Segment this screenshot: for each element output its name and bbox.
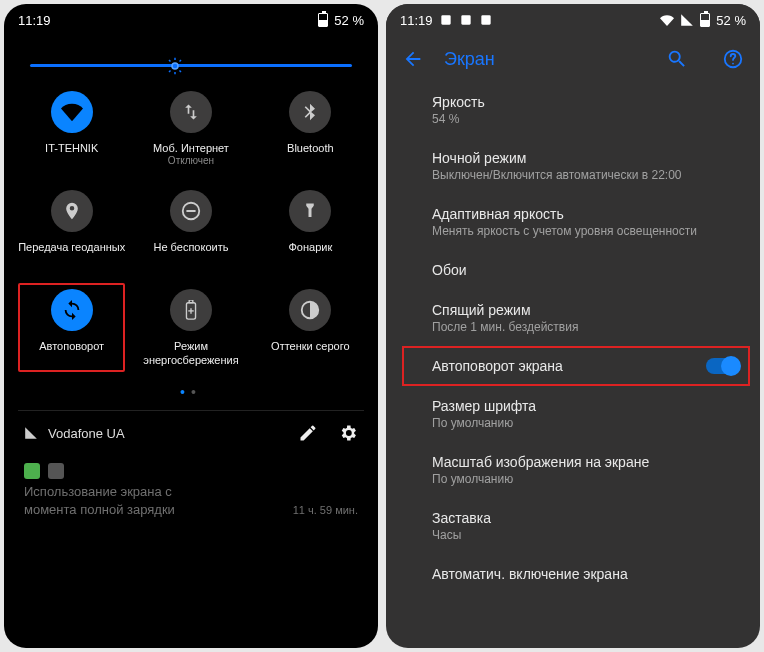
svg-line-7	[169, 70, 171, 72]
setting-title: Адаптивная яркость	[432, 206, 740, 222]
app-icon	[24, 463, 40, 479]
setting-title: Обои	[432, 262, 740, 278]
swap-icon	[170, 91, 212, 133]
setting-title: Яркость	[432, 94, 740, 110]
page-indicator[interactable]: ••	[4, 378, 378, 410]
app-icon	[459, 13, 473, 27]
setting-sub: Часы	[432, 528, 740, 542]
back-button[interactable]	[402, 48, 424, 70]
status-time: 11:19	[18, 13, 51, 28]
status-bar: 11:19 52 %	[4, 4, 378, 36]
page-title: Экран	[444, 49, 646, 70]
status-time: 11:19	[400, 13, 433, 28]
qs-tile-mobile-data[interactable]: Моб. Интернет Отключен	[133, 85, 248, 180]
brightness-thumb-icon[interactable]	[166, 57, 184, 75]
settings-list[interactable]: Яркость 54 % Ночной режим Выключен/Включ…	[386, 82, 760, 594]
dnd-icon	[170, 190, 212, 232]
carrier-row: Vodafone UA	[4, 411, 378, 455]
qs-tile-flashlight[interactable]: Фонарик	[253, 184, 368, 279]
battery-percent: 52 %	[716, 13, 746, 28]
qs-tile-wifi[interactable]: IT-TEHNIK	[14, 85, 129, 180]
app-bar: Экран	[386, 36, 760, 82]
quick-settings-grid: IT-TEHNIK Моб. Интернет Отключен Bluetoo…	[4, 85, 378, 378]
setting-adaptive-brightness[interactable]: Адаптивная яркость Менять яркость с учет…	[386, 194, 760, 250]
setting-font-size[interactable]: Размер шрифта По умолчанию	[386, 386, 760, 442]
bluetooth-icon	[289, 91, 331, 133]
svg-point-0	[172, 63, 178, 69]
notif-line: момента полной зарядки	[24, 501, 175, 519]
wifi-icon	[51, 91, 93, 133]
battery-icon	[170, 289, 212, 331]
notification-area[interactable]: Использование экрана с момента полной за…	[4, 455, 378, 531]
qs-label: Передача геоданных	[18, 240, 125, 254]
setting-auto-on[interactable]: Автоматич. включение экрана	[386, 554, 760, 594]
quick-settings-panel: 11:19 52 % IT-TEHNIK Моб. Интернет Отклю…	[4, 4, 378, 648]
qs-label: Не беспокоить	[154, 240, 229, 254]
display-settings-screen: 11:19 52 % Экран Яркость 54 % Ночно	[386, 4, 760, 648]
battery-percent: 52 %	[334, 13, 364, 28]
svg-line-6	[179, 70, 181, 72]
setting-title: Размер шрифта	[432, 398, 740, 414]
setting-sub: Выключен/Включится автоматически в 22:00	[432, 168, 740, 182]
setting-title: Масштаб изображения на экране	[432, 454, 740, 470]
setting-sub: Менять яркость с учетом уровня освещенно…	[432, 224, 740, 238]
notif-app-icons	[24, 463, 358, 479]
setting-sleep[interactable]: Спящий режим После 1 мин. бездействия	[386, 290, 760, 346]
qs-tile-dnd[interactable]: Не беспокоить	[133, 184, 248, 279]
qs-tile-battery-saver[interactable]: Режим энергосбережения	[133, 283, 248, 378]
setting-sub: По умолчанию	[432, 416, 740, 430]
contrast-icon	[289, 289, 331, 331]
qs-tile-bluetooth[interactable]: Bluetooth	[253, 85, 368, 180]
setting-display-size[interactable]: Масштаб изображения на экране По умолчан…	[386, 442, 760, 498]
svg-line-5	[169, 60, 171, 62]
wifi-icon	[660, 13, 674, 27]
notif-line: Использование экрана с	[24, 483, 175, 501]
signal-icon	[24, 426, 38, 440]
setting-title: Спящий режим	[432, 302, 740, 318]
search-button[interactable]	[666, 48, 688, 70]
svg-rect-16	[441, 15, 450, 24]
location-icon	[51, 190, 93, 232]
gear-icon[interactable]	[338, 423, 358, 443]
qs-tile-autorotate[interactable]: Автоповорот	[14, 283, 129, 378]
brightness-slider[interactable]	[4, 36, 378, 85]
help-button[interactable]	[722, 48, 744, 70]
svg-rect-12	[189, 300, 193, 303]
setting-sub: По умолчанию	[432, 472, 740, 486]
qs-tile-grayscale[interactable]: Оттенки серого	[253, 283, 368, 378]
qs-tile-location[interactable]: Передача геоданных	[14, 184, 129, 279]
setting-brightness[interactable]: Яркость 54 %	[386, 82, 760, 138]
svg-rect-18	[481, 15, 490, 24]
app-icon	[439, 13, 453, 27]
notif-text: Использование экрана с момента полной за…	[24, 483, 358, 519]
qs-label: Bluetooth	[287, 141, 333, 155]
setting-title: Автоповорот экрана	[432, 358, 563, 374]
setting-title: Автоматич. включение экрана	[432, 566, 740, 582]
rotate-icon	[51, 289, 93, 331]
qs-label: Оттенки серого	[271, 339, 349, 353]
autorotate-toggle[interactable]	[706, 358, 740, 374]
qs-label: Фонарик	[288, 240, 332, 254]
setting-title: Ночной режим	[432, 150, 740, 166]
qs-label: Автоповорот	[39, 339, 104, 353]
setting-autorotate[interactable]: Автоповорот экрана	[386, 346, 760, 386]
svg-rect-17	[461, 15, 470, 24]
setting-sub: 54 %	[432, 112, 740, 126]
setting-screensaver[interactable]: Заставка Часы	[386, 498, 760, 554]
carrier-name: Vodafone UA	[48, 426, 125, 441]
app-icon	[479, 13, 493, 27]
status-right: 52 %	[318, 13, 364, 28]
setting-wallpaper[interactable]: Обои	[386, 250, 760, 290]
edit-icon[interactable]	[298, 423, 318, 443]
qs-label: Моб. Интернет	[153, 141, 229, 155]
slider-track	[30, 64, 352, 67]
app-icon	[48, 463, 64, 479]
svg-line-8	[179, 60, 181, 62]
notif-duration: 11 ч. 59 мин.	[293, 501, 358, 519]
flashlight-icon	[289, 190, 331, 232]
qs-label: Режим энергосбережения	[133, 339, 248, 367]
setting-sub: После 1 мин. бездействия	[432, 320, 740, 334]
signal-icon	[680, 13, 694, 27]
battery-icon	[318, 13, 328, 27]
setting-night-mode[interactable]: Ночной режим Выключен/Включится автомати…	[386, 138, 760, 194]
